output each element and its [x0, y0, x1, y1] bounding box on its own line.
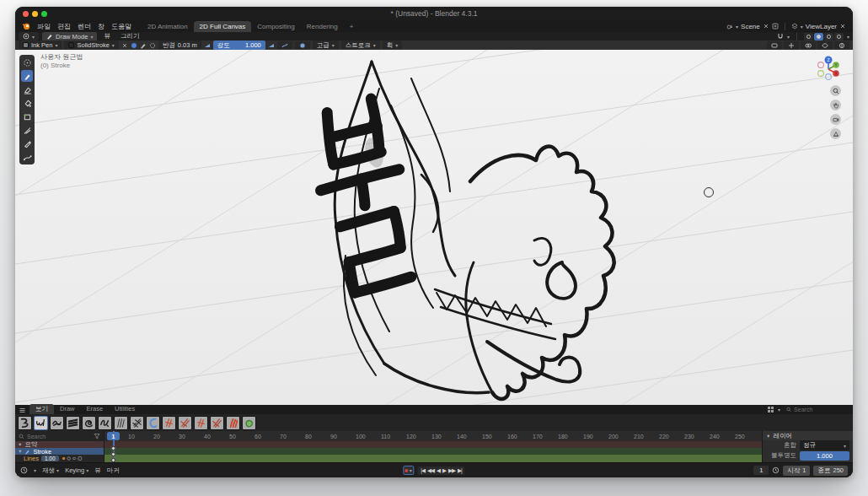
- blend-mode-dropdown[interactable]: 정규 ▾: [800, 440, 849, 450]
- remove-viewlayer-icon[interactable]: [839, 23, 846, 30]
- blender-logo-icon[interactable]: [22, 22, 30, 30]
- brush-ink-pen[interactable]: [34, 416, 48, 430]
- brush-strokes-red[interactable]: [226, 416, 240, 430]
- marker-menu[interactable]: 마커: [107, 466, 120, 475]
- brush-hatch-red-1[interactable]: [162, 416, 176, 430]
- shelf-tab[interactable]: Erase: [81, 404, 110, 414]
- shading-solid-button[interactable]: [814, 33, 823, 40]
- brush-hatch-red-3[interactable]: [194, 416, 208, 430]
- menu-render[interactable]: 렌더: [74, 22, 94, 31]
- brush-hatch-thin[interactable]: [114, 416, 128, 430]
- menu-draw[interactable]: 그리기: [117, 32, 143, 40]
- brush-selector[interactable]: Ink Pen ▾: [19, 40, 62, 50]
- tweak-tool[interactable]: [21, 57, 33, 68]
- material-selector[interactable]: SolidStroke ▾: [64, 40, 118, 50]
- snap-magnet-icon[interactable]: [777, 33, 784, 40]
- brush-blob-green[interactable]: [242, 416, 256, 430]
- workspace-tab[interactable]: +: [344, 21, 360, 32]
- minimize-window-button[interactable]: [32, 11, 38, 17]
- strength-pressure-icon[interactable]: [268, 42, 275, 49]
- shelf-tab[interactable]: 보기: [29, 404, 54, 414]
- current-frame-badge[interactable]: 1: [107, 432, 120, 440]
- texture-box-tool[interactable]: [21, 111, 33, 122]
- cursor-dropdown[interactable]: 획▾: [383, 40, 403, 51]
- keyframe-tracks[interactable]: [104, 441, 853, 462]
- brush-hatch-red-2[interactable]: [178, 416, 192, 430]
- stroke-dropdown[interactable]: 스트로크▾: [341, 40, 380, 51]
- pin-material-icon[interactable]: [131, 42, 137, 49]
- shelf-tab[interactable]: Draw: [54, 404, 81, 414]
- end-frame-field[interactable]: 종료250: [813, 466, 848, 476]
- toggle-e-button[interactable]: [295, 41, 310, 50]
- workspace-tab[interactable]: Rendering: [301, 21, 344, 32]
- channel-lines[interactable]: Lines 1.00: [15, 455, 104, 462]
- timeline-editor-icon[interactable]: [20, 466, 28, 474]
- unlink-scene-icon[interactable]: [763, 23, 769, 30]
- filter-icon[interactable]: [94, 433, 100, 439]
- visibility-toggle-button[interactable]: [767, 41, 782, 50]
- view-menu[interactable]: 뷰: [94, 466, 101, 475]
- navigation-gizmo[interactable]: Z Y X: [814, 55, 843, 84]
- camera-view-button[interactable]: [830, 114, 841, 125]
- frame-ruler[interactable]: 1020304050607080901001101201301401501601…: [104, 431, 853, 441]
- editor-caret[interactable]: ▾: [34, 467, 36, 473]
- viewlayer-name[interactable]: ViewLayer: [806, 23, 837, 30]
- use-preview-range-icon[interactable]: [772, 466, 780, 474]
- strength-slider[interactable]: 강도 1.000: [213, 40, 265, 51]
- 3d-viewport[interactable]: 사용자 원근법 (0) Stroke: [15, 50, 853, 405]
- brush-spiral[interactable]: [82, 416, 96, 430]
- menu-file[interactable]: 파일: [34, 22, 54, 31]
- cutter-tool[interactable]: [21, 124, 33, 136]
- zoom-window-button[interactable]: [41, 11, 47, 17]
- overlays-toggle-button[interactable]: [801, 41, 816, 50]
- fill-tool[interactable]: [21, 97, 33, 109]
- keying-menu[interactable]: Keying ▾: [65, 466, 88, 474]
- playback-menu[interactable]: 재생 ▾: [42, 466, 59, 475]
- workspace-tab[interactable]: 2D Full Canvas: [194, 21, 252, 32]
- transport-button[interactable]: ▶▶: [448, 467, 455, 474]
- brush-scribble[interactable]: [50, 416, 64, 430]
- shelf-search-input[interactable]: [794, 407, 847, 412]
- gizmo-toggle-button[interactable]: [784, 41, 799, 50]
- shading-material-button[interactable]: [824, 33, 833, 40]
- auto-keying-button[interactable]: ▾: [403, 466, 414, 475]
- hamburger-menu-icon[interactable]: [19, 407, 26, 414]
- menu-view[interactable]: 뷰: [100, 32, 114, 40]
- shelf-search[interactable]: [784, 406, 849, 413]
- menu-edit[interactable]: 편집: [54, 22, 74, 31]
- brush-curve-blue[interactable]: [146, 416, 160, 430]
- workspace-tab[interactable]: Compositing: [251, 21, 300, 32]
- display-mode-caret[interactable]: ▾: [778, 407, 780, 412]
- lines-opacity-value[interactable]: 1.00: [41, 456, 59, 461]
- menu-help[interactable]: 도움말: [108, 22, 135, 31]
- close-window-button[interactable]: [23, 11, 29, 17]
- snap-dropdown-caret[interactable]: ▾: [787, 34, 790, 40]
- mask-icon[interactable]: [149, 42, 156, 49]
- new-scene-icon[interactable]: [772, 23, 779, 30]
- draw-tool[interactable]: [21, 70, 33, 82]
- channel-toggle-icons[interactable]: [62, 456, 83, 461]
- interpolate-tool[interactable]: [21, 151, 33, 163]
- viewlayer-dropdown-caret[interactable]: ▾: [801, 24, 803, 30]
- editor-type-button[interactable]: ▾: [19, 32, 39, 40]
- zoom-button[interactable]: [830, 85, 841, 96]
- shading-wireframe-button[interactable]: [804, 33, 813, 40]
- erase-tool[interactable]: [21, 84, 33, 95]
- brush-crosshatch[interactable]: [130, 416, 144, 430]
- channel-search-input[interactable]: [27, 434, 71, 439]
- scene-dropdown-caret[interactable]: ▾: [736, 24, 738, 30]
- shading-dropdown-caret[interactable]: ▾: [847, 34, 849, 40]
- shading-rendered-button[interactable]: [834, 33, 844, 40]
- transport-button[interactable]: ◀◀: [427, 467, 434, 474]
- transport-button[interactable]: |◀: [421, 467, 425, 474]
- menu-window[interactable]: 창: [94, 22, 108, 31]
- display-mode-icon[interactable]: [767, 406, 774, 413]
- xray-toggle-button[interactable]: [817, 41, 833, 50]
- start-frame-field[interactable]: 시작1: [783, 466, 810, 476]
- channel-stroke[interactable]: ▼ Stroke: [15, 448, 104, 455]
- unlink-material-icon[interactable]: [121, 42, 128, 49]
- scene-name[interactable]: Scene: [741, 23, 760, 30]
- transport-button[interactable]: ▶|: [458, 467, 462, 474]
- opacity-slider[interactable]: 1.000: [800, 451, 849, 461]
- brush-hatch-red-4[interactable]: [210, 416, 224, 430]
